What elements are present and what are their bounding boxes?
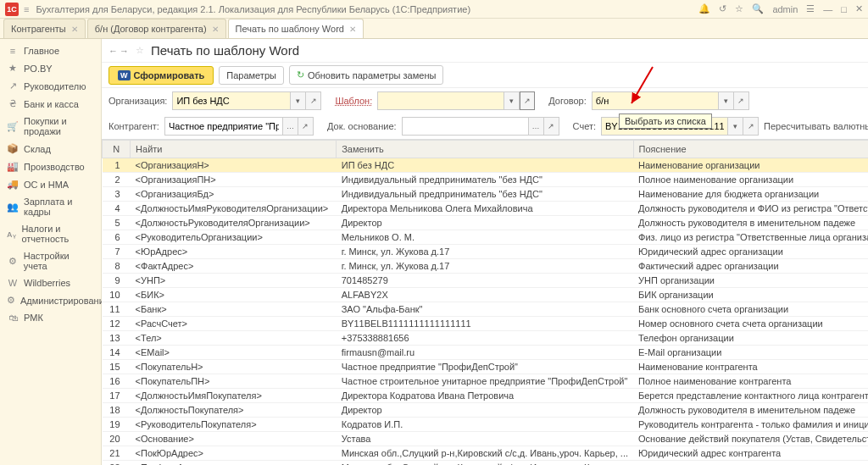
table-row[interactable]: 11<Банк>ЗАО "Альфа-Банк"Банк основного с… xyxy=(103,302,869,317)
sidebar-item[interactable]: WWildberries xyxy=(0,274,101,291)
table-cell: 16 xyxy=(103,374,131,389)
table-row[interactable]: 10<БИК>ALFABY2XБИК организации xyxy=(103,288,869,302)
table-row[interactable]: 19<РуководительПокупателя>Кодратов И.П.Р… xyxy=(103,418,869,432)
table-cell: Номер основного счета счета организации xyxy=(633,317,868,331)
sidebar: ≡Главное★PO.BY↗Руководителю₴Банк и касса… xyxy=(0,39,102,465)
table-row[interactable]: 14<EMail>firmausn@mail.ruE-Mail организа… xyxy=(103,346,869,360)
user-label[interactable]: admin xyxy=(772,4,798,14)
sidebar-icon: ⚙ xyxy=(7,256,19,267)
burger-icon[interactable]: ≡ xyxy=(24,4,29,14)
minimize-icon[interactable]: — xyxy=(823,4,832,14)
sidebar-item[interactable]: ⚙Настройки учета xyxy=(0,247,101,274)
tab-close-icon[interactable]: ✕ xyxy=(349,25,356,34)
table-cell: <Тел> xyxy=(131,331,337,346)
close-icon[interactable]: ✕ xyxy=(855,3,863,14)
table-row[interactable]: 8<ФактАдрес>г. Минск, ул. Жукова д.17Фак… xyxy=(103,259,869,274)
column-header[interactable]: N xyxy=(103,141,131,158)
sidebar-item[interactable]: 🛒Покупки и продажи xyxy=(0,113,101,140)
table-row[interactable]: 18<ДолжностьПокупателя>ДиректорДолжность… xyxy=(103,403,869,418)
table-row[interactable]: 7<ЮрАдрес>г. Минск, ул. Жукова д.17Юриди… xyxy=(103,245,869,259)
table-cell: Частное строительное унитарное предприят… xyxy=(337,374,633,389)
history-icon[interactable]: ↺ xyxy=(719,3,726,14)
tab-kontragenty[interactable]: Контрагенты✕ xyxy=(3,19,86,38)
sidebar-item[interactable]: ≡Главное xyxy=(0,42,101,59)
sidebar-label: Администрирование xyxy=(20,296,109,306)
table-row[interactable]: 4<ДолжностьИмяРуководителяОрганизации>Ди… xyxy=(103,202,869,216)
nav-fwd-icon[interactable]: → xyxy=(120,46,129,56)
refresh-button[interactable]: ↻Обновить параметры замены xyxy=(289,65,443,85)
bell-icon[interactable]: 🔔 xyxy=(698,3,710,14)
sidebar-icon: ↗ xyxy=(7,80,19,91)
dropdown-icon[interactable]: ▾ xyxy=(291,91,306,110)
table-row[interactable]: 1<ОрганизацияН>ИП без НДСНаименование ор… xyxy=(103,158,869,173)
table-cell: Должность руководителя в именительном па… xyxy=(633,216,868,230)
sidebar-item[interactable]: 👥Зарплата и кадры xyxy=(0,193,101,220)
star-icon[interactable]: ☆ xyxy=(735,3,743,14)
sidebar-item[interactable]: 🏭Производство xyxy=(0,158,101,175)
dogovor-field[interactable] xyxy=(592,91,719,110)
sidebar-icon: 👥 xyxy=(7,202,19,213)
table-cell: 701485279 xyxy=(337,274,633,288)
open-icon[interactable]: ↗ xyxy=(306,91,321,110)
sidebar-item[interactable]: 🚚ОС и НМА xyxy=(0,175,101,193)
dropdown-icon[interactable]: ▾ xyxy=(728,117,743,136)
tab-close-icon[interactable]: ✕ xyxy=(71,25,78,34)
table-row[interactable]: 3<ОрганизацияБд>Индивидуальный предприни… xyxy=(103,187,869,202)
dropdown-icon[interactable]: ▾ xyxy=(504,91,520,110)
form-button[interactable]: WСформировать xyxy=(108,66,214,85)
favorite-icon[interactable]: ☆ xyxy=(136,45,144,56)
table-row[interactable]: 15<ПокупательН>Частное предприятие "Проф… xyxy=(103,360,869,374)
column-header[interactable]: Найти xyxy=(131,141,337,158)
table-row[interactable]: 2<ОрганизацияПН>Индивидуальный предприни… xyxy=(103,173,869,187)
sidebar-item[interactable]: 🛍РМК xyxy=(0,309,101,326)
search-icon[interactable]: 🔍 xyxy=(752,3,764,14)
table-row[interactable]: 6<РуководительОрганизации>Мельников О. М… xyxy=(103,230,869,245)
settings-icon[interactable]: ☰ xyxy=(806,3,815,14)
column-header[interactable]: Заменить xyxy=(337,141,633,158)
table-cell: <ДолжностьРуководителяОрганизации> xyxy=(131,216,337,230)
maximize-icon[interactable]: □ xyxy=(841,4,847,14)
open-icon[interactable]: ↗ xyxy=(298,117,314,136)
tab-print-word[interactable]: Печать по шаблону Word✕ xyxy=(228,19,364,38)
open-icon[interactable]: ↗ xyxy=(520,91,535,110)
sidebar-item[interactable]: ᴀᵧНалоги и отчетность xyxy=(0,220,101,247)
open-icon[interactable]: ↗ xyxy=(743,117,759,136)
tab-close-icon[interactable]: ✕ xyxy=(212,25,219,34)
nav-back-icon[interactable]: ← xyxy=(108,46,118,56)
params-button[interactable]: Параметры xyxy=(219,66,284,85)
table-row[interactable]: 5<ДолжностьРуководителяОрганизации>Дирек… xyxy=(103,216,869,230)
table-cell xyxy=(633,461,868,466)
sidebar-item[interactable]: ↗Руководителю xyxy=(0,77,101,95)
sidebar-item[interactable]: 📦Склад xyxy=(0,140,101,158)
table-row[interactable]: 9<УНП>701485279УНП организации xyxy=(103,274,869,288)
table-row[interactable]: 20<Основание>УставаОснование действий по… xyxy=(103,432,869,446)
select-icon[interactable]: … xyxy=(283,117,298,136)
org-field[interactable] xyxy=(172,91,291,110)
tooltip: Выбрать из списка xyxy=(619,113,712,129)
select-icon[interactable]: … xyxy=(529,117,544,136)
table-row[interactable]: 16<ПокупательПН>Частное строительное уни… xyxy=(103,374,869,389)
table-row[interactable]: 13<Тел>+375338881656Телефон организации xyxy=(103,331,869,346)
tab-dogovor[interactable]: б/н (Договор контрагента)✕ xyxy=(87,19,226,38)
dok-field[interactable] xyxy=(402,117,529,136)
table-cell: Юридический адрес контрагента xyxy=(633,446,868,461)
sidebar-item[interactable]: ₴Банк и касса xyxy=(0,95,101,113)
column-header[interactable]: Пояснение xyxy=(633,141,868,158)
table-cell: г. Минск, ул. Жукова д.17 xyxy=(337,245,633,259)
app-logo-icon: 1C xyxy=(5,3,19,16)
kontr-field[interactable] xyxy=(164,117,283,136)
sidebar-item[interactable]: ⚙Администрирование xyxy=(0,291,101,309)
table-cell: 22 xyxy=(103,461,131,466)
table-row[interactable]: 22<ПокФактАдрес>Минская обл. Слуцкий р-н… xyxy=(103,461,869,466)
table-wrap[interactable]: NНайтиЗаменитьПояснение 1<ОрганизацияН>И… xyxy=(102,139,868,465)
open-icon[interactable]: ↗ xyxy=(544,117,559,136)
recalc-label: Пересчитывать валютные суммы: xyxy=(764,121,868,131)
template-field[interactable] xyxy=(377,91,504,110)
table-row[interactable]: 17<ДолжностьИмяПокупателя>Директора Кодр… xyxy=(103,389,869,403)
table-cell: ALFABY2X xyxy=(337,288,633,302)
open-icon[interactable]: ↗ xyxy=(734,91,749,110)
table-row[interactable]: 12<РасчСчет>BY11BELB1111111111111111Номе… xyxy=(103,317,869,331)
dropdown-icon[interactable]: ▾ xyxy=(719,91,734,110)
table-row[interactable]: 21<ПокЮрАдрес>Минская обл.,Слуцкий р-н,К… xyxy=(103,446,869,461)
sidebar-item[interactable]: ★PO.BY xyxy=(0,59,101,77)
